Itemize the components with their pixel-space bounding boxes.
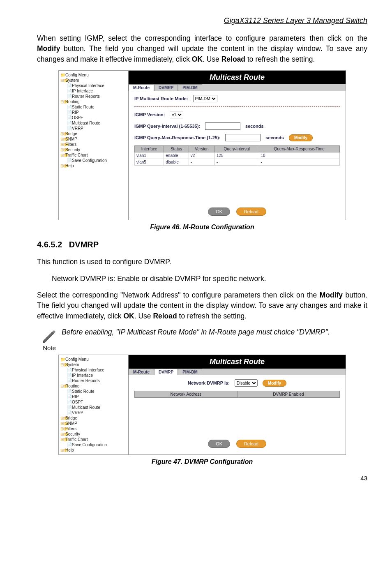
- tab-mroute-2[interactable]: M-Route: [129, 369, 154, 375]
- tree-help[interactable]: ⊞📁Help: [60, 447, 127, 453]
- tab-pimdm[interactable]: PIM-DM: [178, 84, 202, 91]
- page-number: 43: [37, 475, 367, 482]
- p1-modify: Modify: [37, 44, 60, 53]
- tree-rip[interactable]: 📄RIP: [60, 394, 127, 399]
- paragraph-4: Select the corresponding "Network Addres…: [37, 290, 367, 321]
- config-tree-2: 📁Config Menu ⊟📁System 📄Physical Interfac…: [59, 355, 129, 454]
- figure-46-caption: Figure 46. M-Route Configuration: [37, 224, 367, 231]
- unit-seconds-2: seconds: [265, 135, 284, 140]
- modify-button[interactable]: Modify: [289, 134, 313, 141]
- tab-mroute[interactable]: M-Route: [129, 84, 154, 91]
- tree-routing[interactable]: ⊟📁Routing: [60, 383, 127, 389]
- tree-ip-interface[interactable]: 📄IP Interface: [60, 88, 127, 94]
- p1-t4: to refresh the setting.: [245, 55, 315, 63]
- dvmrp-table: Network Address DVMRP Enabled: [134, 391, 340, 398]
- p1-t1: When setting IGMP, select the correspond…: [37, 34, 367, 42]
- tree-snmp[interactable]: ⊞📁SNMP: [60, 136, 127, 142]
- paragraph-3: Network DVMRP is: Enable or disable DVMR…: [52, 274, 367, 283]
- tree-system[interactable]: ⊟📁System: [60, 362, 127, 367]
- col-query-interval: Query-Interval: [214, 146, 259, 152]
- tab-dvmrp[interactable]: DVMRP: [154, 84, 178, 91]
- paragraph-2: This function is used to configure DVMRP…: [37, 257, 367, 267]
- note-block: Note Before enabling, "IP Multicast Rout…: [37, 327, 367, 351]
- tree-router-reports[interactable]: 📄Router Reports: [60, 94, 127, 99]
- note-label: Note: [37, 344, 62, 351]
- table-row[interactable]: vlan5disable---: [135, 159, 340, 166]
- tree-filters[interactable]: ⊞📁Filters: [60, 142, 127, 147]
- reload-button-2[interactable]: Reload: [236, 440, 266, 448]
- note-text: Before enabling, "IP Multicast Route Mod…: [62, 327, 367, 337]
- col-version: Version: [189, 146, 214, 152]
- tree-routing[interactable]: ⊟📁Routing: [60, 99, 127, 104]
- tab-pimdm-2[interactable]: PIM-DM: [178, 369, 202, 375]
- ok-button-2[interactable]: OK: [208, 440, 230, 448]
- tree-vrrp[interactable]: 📄VRRP: [60, 126, 127, 131]
- tree-static-route[interactable]: 📄Static Route: [60, 389, 127, 394]
- tree-save-configuration[interactable]: 📄Save Configuration: [60, 442, 127, 447]
- section-heading-dvmrp: 4.6.5.2 DVMRP: [37, 240, 367, 249]
- tree-bridge[interactable]: ⊞📁Bridge: [60, 131, 127, 136]
- p1-ok: OK: [192, 55, 203, 63]
- col-network-address: Network Address: [135, 391, 238, 398]
- label-qmrt: IGMP Query-Max-Response-Time (1-25):: [134, 135, 220, 140]
- p1-reload: Reload: [221, 55, 245, 63]
- tree-vrrp[interactable]: 📄VRRP: [60, 410, 127, 415]
- tree-security[interactable]: ⊞📁Security: [60, 147, 127, 152]
- tree-security[interactable]: ⊞📁Security: [60, 431, 127, 437]
- ok-button[interactable]: OK: [208, 208, 230, 216]
- tree-ip-interface[interactable]: 📄IP Interface: [60, 373, 127, 378]
- label-route-mode: IP Multicast Route Mode:: [134, 96, 188, 101]
- tree-config-menu[interactable]: 📁Config Menu: [60, 357, 127, 362]
- label-query-interval: IGMP Query-Interval (1-65535):: [134, 124, 200, 129]
- tree-traffic-chart[interactable]: ⊞📁Traffic Chart: [60, 437, 127, 442]
- select-igmp-version[interactable]: v1: [170, 111, 183, 118]
- screenshot-mroute: 📁Config Menu ⊟📁System 📄Physical Interfac…: [58, 70, 346, 220]
- tree-ospf[interactable]: 📄OSPF: [60, 399, 127, 405]
- page-header: GigaX3112 Series Layer 3 Managed Switch: [37, 16, 367, 25]
- tree-help[interactable]: ⊞📁Help: [60, 163, 127, 168]
- tree-ospf[interactable]: 📄OSPF: [60, 115, 127, 120]
- col-dvmrp-enabled: DVMRP Enabled: [237, 391, 339, 398]
- figure-47-caption: Figure 47. DVMRP Configuration: [37, 458, 367, 466]
- pen-icon: [41, 327, 58, 343]
- tree-bridge[interactable]: ⊞📁Bridge: [60, 415, 127, 421]
- unit-seconds-1: seconds: [245, 124, 264, 129]
- tree-traffic-chart[interactable]: ⊞📁Traffic Chart: [60, 152, 127, 158]
- select-route-mode[interactable]: PIM-DM: [193, 95, 217, 102]
- tree-physical-interface[interactable]: 📄Physical Interface: [60, 367, 127, 373]
- input-qmrt[interactable]: [225, 134, 261, 141]
- config-tree: 📁Config Menu ⊟📁System 📄Physical Interfac…: [59, 71, 129, 220]
- tab-row: M-Route DVMRP PIM-DM: [129, 84, 346, 91]
- tree-multicast-route[interactable]: 📄Multicast Route: [60, 120, 127, 126]
- col-status: Status: [164, 146, 189, 152]
- modify-button-2[interactable]: Modify: [263, 380, 286, 387]
- tree-static-route[interactable]: 📄Static Route: [60, 104, 127, 110]
- select-network-dvmrp[interactable]: Disable: [235, 379, 258, 387]
- col-qmrt: Query-Max-Response-Time: [259, 146, 339, 152]
- panel-title: Multicast Route: [129, 71, 346, 84]
- tree-config-menu[interactable]: 📁Config Menu: [60, 72, 127, 78]
- input-query-interval[interactable]: [205, 122, 240, 130]
- tree-physical-interface[interactable]: 📄Physical Interface: [60, 83, 127, 88]
- tree-filters[interactable]: ⊞📁Filters: [60, 426, 127, 431]
- tree-multicast-route[interactable]: 📄Multicast Route: [60, 405, 127, 410]
- mroute-table: Interface Status Version Query-Interval …: [134, 145, 340, 166]
- tree-rip[interactable]: 📄RIP: [60, 110, 127, 115]
- tab-dvmrp-2[interactable]: DVMRP: [154, 369, 178, 375]
- panel-title-2: Multicast Route: [129, 355, 346, 369]
- p1-t3: . Use: [203, 55, 221, 63]
- label-igmp-version: IGMP Version:: [134, 112, 165, 117]
- table-row[interactable]: vlan1enablev212510: [135, 152, 340, 159]
- tree-save-configuration[interactable]: 📄Save Configuration: [60, 158, 127, 163]
- label-network-dvmrp: Network DVMRP is:: [188, 380, 230, 385]
- tree-snmp[interactable]: ⊞📁SNMP: [60, 421, 127, 426]
- col-interface: Interface: [135, 146, 164, 152]
- screenshot-dvmrp: 📁Config Menu ⊟📁System 📄Physical Interfac…: [58, 355, 346, 455]
- paragraph-1: When setting IGMP, select the correspond…: [37, 33, 367, 65]
- tree-router-reports[interactable]: 📄Router Reports: [60, 378, 127, 383]
- tree-system[interactable]: ⊟📁System: [60, 78, 127, 83]
- reload-button[interactable]: Reload: [236, 208, 266, 216]
